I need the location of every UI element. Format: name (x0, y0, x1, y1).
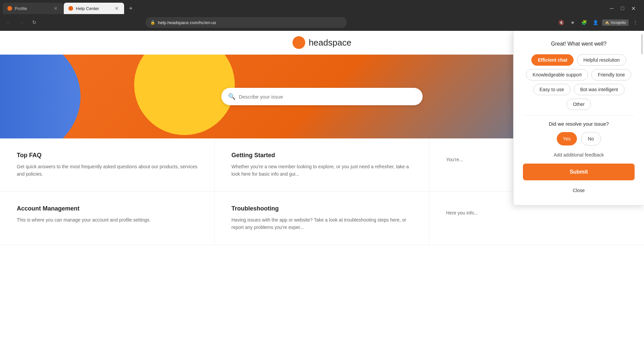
bookmark-button[interactable]: ★ (568, 18, 577, 27)
maximize-button[interactable]: □ (619, 4, 627, 12)
chip-other[interactable]: Other (567, 99, 591, 110)
faq-card-title: Account Management (17, 205, 198, 212)
new-tab-button[interactable]: + (126, 4, 136, 13)
resolve-no-button[interactable]: No (581, 132, 601, 145)
incognito-badge: 🕵 Incognito (602, 19, 629, 26)
feedback-chips: Efficient chat Helpful resolution Knowle… (523, 54, 635, 110)
tab-close-help-center[interactable]: ✕ (114, 6, 119, 11)
feedback-question: Great! What went well? (523, 41, 635, 47)
chip-knowledgeable-support[interactable]: Knowledgeable support (526, 69, 588, 80)
close-window-button[interactable]: ✕ (629, 4, 637, 12)
extensions-button[interactable]: 🧩 (579, 18, 589, 27)
browser-actions: 🔇 ★ 🧩 👤 🕵 Incognito ⋮ (556, 18, 640, 27)
tab-bar: Profile ✕ Help Center ✕ + ─ □ ✕ (0, 0, 644, 14)
faq-card-troubleshooting[interactable]: Troubleshooting Having issues with the a… (215, 192, 429, 245)
chip-efficient-chat[interactable]: Efficient chat (531, 54, 574, 66)
tab-favicon-help-center (68, 6, 73, 11)
address-text: help.headspace.com/hc/en-us (158, 20, 342, 25)
tab-help-center[interactable]: Help Center ✕ (64, 3, 124, 14)
additional-feedback-link[interactable]: Add additional feedback (523, 152, 635, 158)
faq-card-title: Top FAQ (17, 152, 198, 159)
address-bar-row: ← → ↻ 🔒 help.headspace.com/hc/en-us 🔇 ★ … (0, 14, 644, 31)
address-field[interactable]: 🔒 help.headspace.com/hc/en-us (146, 17, 347, 28)
resolve-question: Did we resolve your issue? (523, 121, 635, 127)
chip-easy-to-use[interactable]: Easy to use (533, 84, 571, 95)
faq-card-desc: Having issues with the app or website? T… (231, 216, 412, 231)
reload-button[interactable]: ↻ (30, 18, 39, 27)
incognito-icon: 🕵 (605, 20, 609, 25)
faq-card-top-faq[interactable]: Top FAQ Get quick answers to the most fr… (0, 138, 215, 192)
tab-title-profile: Profile (15, 6, 50, 11)
logo-circle (292, 36, 305, 49)
browser-chrome: Profile ✕ Help Center ✕ + ─ □ ✕ ← → ↻ 🔒 … (0, 0, 644, 31)
tab-profile[interactable]: Profile ✕ (3, 3, 63, 14)
close-button[interactable]: Close (523, 184, 635, 197)
feedback-divider (523, 115, 635, 116)
chip-helpful-resolution[interactable]: Helpful resolution (577, 54, 626, 66)
tab-close-profile[interactable]: ✕ (53, 6, 58, 11)
tab-favicon-profile (7, 6, 12, 11)
resolve-yes-button[interactable]: Yes (557, 132, 577, 145)
feedback-modal: Great! What went well? Efficient chat He… (513, 31, 644, 205)
faq-card-title: Getting Started (231, 152, 412, 159)
faq-card-title: Troubleshooting (231, 205, 412, 212)
back-button[interactable]: ← (4, 18, 13, 27)
modal-scrollbar[interactable] (641, 34, 643, 54)
faq-card-getting-started[interactable]: Getting Started Whether you're a new mem… (215, 138, 429, 192)
site-logo[interactable]: headspace (292, 36, 351, 49)
submit-button[interactable]: Submit (523, 164, 635, 180)
logo-text: headspace (309, 38, 351, 48)
chip-bot-was-intelligent[interactable]: Bot was intelligent (574, 84, 625, 95)
resolve-buttons: Yes No (523, 132, 635, 145)
search-input[interactable] (239, 94, 416, 100)
faq-card-account-management[interactable]: Account Management This is where you can… (0, 192, 215, 245)
menu-button[interactable]: ⋮ (631, 18, 640, 27)
faq-card-desc: This is where you can manage your accoun… (17, 216, 198, 224)
profile-button[interactable]: 👤 (591, 18, 600, 27)
lock-icon: 🔒 (150, 20, 155, 25)
media-toggle-button[interactable]: 🔇 (556, 18, 566, 27)
faq-card-desc: Get quick answers to the most frequently… (17, 163, 198, 178)
chip-friendly-tone[interactable]: Friendly tone (591, 69, 631, 80)
window-controls: ─ □ ✕ (608, 4, 641, 12)
page-content: headspace Submit a request... 🔍 Top FAQ … (0, 31, 644, 362)
search-icon: 🔍 (228, 93, 235, 100)
forward-button[interactable]: → (17, 18, 26, 27)
incognito-label: Incognito (611, 20, 626, 24)
search-container: 🔍 (221, 88, 423, 105)
tab-title-help-center: Help Center (76, 6, 111, 11)
faq-card-desc: Whether you're a new member looking to e… (231, 163, 412, 178)
faq-card-desc: Here you info... (446, 209, 627, 217)
minimize-button[interactable]: ─ (608, 4, 616, 12)
